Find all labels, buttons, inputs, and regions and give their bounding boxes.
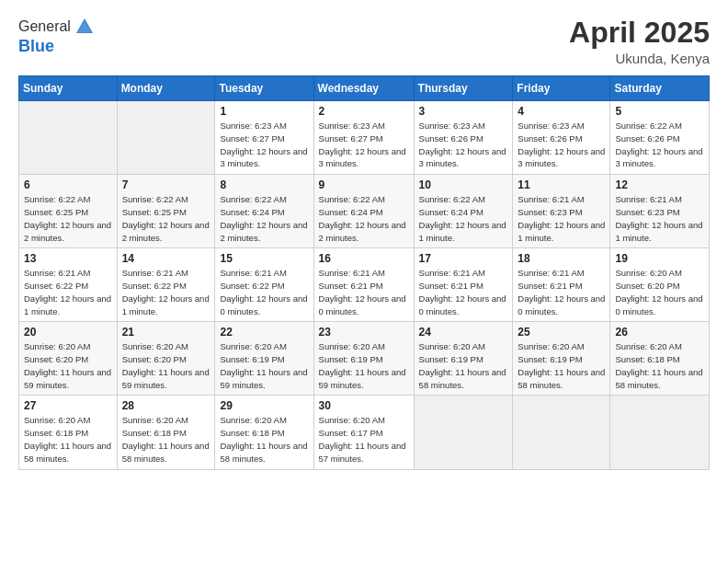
weekday-header-friday: Friday: [513, 76, 610, 101]
day-info: Sunrise: 6:22 AM Sunset: 6:24 PM Dayligh…: [220, 193, 308, 244]
calendar-cell: 19Sunrise: 6:20 AM Sunset: 6:20 PM Dayli…: [610, 248, 710, 322]
day-number: 5: [615, 105, 704, 118]
calendar-cell: 11Sunrise: 6:21 AM Sunset: 6:23 PM Dayli…: [513, 175, 610, 248]
day-info: Sunrise: 6:20 AM Sunset: 6:17 PM Dayligh…: [319, 414, 409, 465]
day-info: Sunrise: 6:22 AM Sunset: 6:25 PM Dayligh…: [24, 193, 112, 244]
day-number: 30: [319, 399, 409, 412]
calendar-cell: 26Sunrise: 6:20 AM Sunset: 6:18 PM Dayli…: [610, 322, 710, 396]
day-info: Sunrise: 6:20 AM Sunset: 6:19 PM Dayligh…: [518, 340, 605, 391]
day-info: Sunrise: 6:20 AM Sunset: 6:18 PM Dayligh…: [24, 414, 112, 465]
day-number: 13: [24, 252, 112, 265]
day-number: 19: [615, 252, 704, 265]
day-info: Sunrise: 6:20 AM Sunset: 6:18 PM Dayligh…: [220, 414, 308, 465]
day-info: Sunrise: 6:21 AM Sunset: 6:23 PM Dayligh…: [518, 193, 605, 244]
day-info: Sunrise: 6:22 AM Sunset: 6:24 PM Dayligh…: [319, 193, 409, 244]
day-info: Sunrise: 6:21 AM Sunset: 6:21 PM Dayligh…: [518, 267, 605, 317]
day-number: 12: [615, 178, 704, 191]
calendar-cell: 20Sunrise: 6:20 AM Sunset: 6:20 PM Dayli…: [19, 322, 118, 396]
day-number: 17: [419, 252, 508, 265]
day-number: 4: [518, 105, 605, 118]
calendar-header-row: SundayMondayTuesdayWednesdayThursdayFrid…: [19, 76, 710, 101]
day-info: Sunrise: 6:21 AM Sunset: 6:22 PM Dayligh…: [220, 267, 308, 317]
logo-icon: [74, 17, 95, 37]
day-info: Sunrise: 6:20 AM Sunset: 6:18 PM Dayligh…: [615, 340, 704, 391]
calendar-cell: 28Sunrise: 6:20 AM Sunset: 6:18 PM Dayli…: [117, 396, 215, 469]
day-info: Sunrise: 6:21 AM Sunset: 6:22 PM Dayligh…: [24, 267, 112, 317]
calendar-cell: 23Sunrise: 6:20 AM Sunset: 6:19 PM Dayli…: [313, 322, 414, 396]
day-info: Sunrise: 6:21 AM Sunset: 6:23 PM Dayligh…: [615, 193, 704, 244]
calendar-week-1: 1Sunrise: 6:23 AM Sunset: 6:27 PM Daylig…: [19, 101, 710, 175]
day-number: 14: [122, 252, 210, 265]
calendar-cell: 1Sunrise: 6:23 AM Sunset: 6:27 PM Daylig…: [215, 101, 313, 175]
day-number: 11: [518, 178, 605, 191]
weekday-header-saturday: Saturday: [610, 76, 710, 101]
weekday-header-thursday: Thursday: [414, 76, 513, 101]
calendar-cell: 2Sunrise: 6:23 AM Sunset: 6:27 PM Daylig…: [313, 101, 414, 175]
title-block: April 2025 Ukunda, Kenya: [569, 17, 710, 66]
day-number: 28: [122, 399, 210, 412]
calendar-week-2: 6Sunrise: 6:22 AM Sunset: 6:25 PM Daylig…: [19, 175, 710, 248]
day-number: 3: [419, 105, 508, 118]
day-info: Sunrise: 6:20 AM Sunset: 6:19 PM Dayligh…: [220, 340, 308, 391]
day-info: Sunrise: 6:22 AM Sunset: 6:26 PM Dayligh…: [615, 120, 704, 170]
day-number: 9: [319, 178, 409, 191]
day-number: 24: [419, 326, 508, 339]
day-number: 23: [319, 326, 409, 339]
day-number: 6: [24, 178, 112, 191]
calendar-cell: 7Sunrise: 6:22 AM Sunset: 6:25 PM Daylig…: [117, 175, 215, 248]
day-number: 15: [220, 252, 308, 265]
weekday-header-tuesday: Tuesday: [215, 76, 313, 101]
calendar-cell: [610, 396, 710, 469]
logo: General Blue: [18, 17, 95, 56]
day-info: Sunrise: 6:21 AM Sunset: 6:22 PM Dayligh…: [122, 267, 210, 317]
calendar-cell: 9Sunrise: 6:22 AM Sunset: 6:24 PM Daylig…: [313, 175, 414, 248]
day-info: Sunrise: 6:20 AM Sunset: 6:20 PM Dayligh…: [24, 340, 112, 391]
page-header: General Blue April 2025 Ukunda, Kenya: [18, 17, 710, 66]
calendar-cell: 12Sunrise: 6:21 AM Sunset: 6:23 PM Dayli…: [610, 175, 710, 248]
day-info: Sunrise: 6:23 AM Sunset: 6:27 PM Dayligh…: [220, 120, 308, 170]
day-number: 20: [24, 326, 112, 339]
calendar-week-5: 27Sunrise: 6:20 AM Sunset: 6:18 PM Dayli…: [19, 396, 710, 469]
calendar-cell: [513, 396, 610, 469]
calendar-cell: 22Sunrise: 6:20 AM Sunset: 6:19 PM Dayli…: [215, 322, 313, 396]
calendar-cell: 15Sunrise: 6:21 AM Sunset: 6:22 PM Dayli…: [215, 248, 313, 322]
calendar-cell: [19, 101, 118, 175]
day-number: 10: [419, 178, 508, 191]
day-info: Sunrise: 6:20 AM Sunset: 6:20 PM Dayligh…: [122, 340, 210, 391]
day-number: 8: [220, 178, 308, 191]
day-info: Sunrise: 6:23 AM Sunset: 6:26 PM Dayligh…: [518, 120, 605, 170]
day-info: Sunrise: 6:21 AM Sunset: 6:21 PM Dayligh…: [319, 267, 409, 317]
calendar-cell: [117, 101, 215, 175]
calendar-cell: [414, 396, 513, 469]
calendar-table: SundayMondayTuesdayWednesdayThursdayFrid…: [18, 75, 710, 469]
day-number: 29: [220, 399, 308, 412]
day-number: 18: [518, 252, 605, 265]
day-info: Sunrise: 6:21 AM Sunset: 6:21 PM Dayligh…: [419, 267, 508, 317]
day-number: 1: [220, 105, 308, 118]
weekday-header-sunday: Sunday: [19, 76, 118, 101]
logo-blue-text: Blue: [18, 37, 54, 55]
weekday-header-monday: Monday: [117, 76, 215, 101]
day-info: Sunrise: 6:22 AM Sunset: 6:25 PM Dayligh…: [122, 193, 210, 244]
calendar-cell: 30Sunrise: 6:20 AM Sunset: 6:17 PM Dayli…: [313, 396, 414, 469]
calendar-cell: 10Sunrise: 6:22 AM Sunset: 6:24 PM Dayli…: [414, 175, 513, 248]
logo-general-text: General: [18, 18, 71, 35]
calendar-cell: 8Sunrise: 6:22 AM Sunset: 6:24 PM Daylig…: [215, 175, 313, 248]
calendar-cell: 27Sunrise: 6:20 AM Sunset: 6:18 PM Dayli…: [19, 396, 118, 469]
day-info: Sunrise: 6:20 AM Sunset: 6:18 PM Dayligh…: [122, 414, 210, 465]
calendar-cell: 18Sunrise: 6:21 AM Sunset: 6:21 PM Dayli…: [513, 248, 610, 322]
calendar-cell: 29Sunrise: 6:20 AM Sunset: 6:18 PM Dayli…: [215, 396, 313, 469]
calendar-cell: 25Sunrise: 6:20 AM Sunset: 6:19 PM Dayli…: [513, 322, 610, 396]
calendar-week-4: 20Sunrise: 6:20 AM Sunset: 6:20 PM Dayli…: [19, 322, 710, 396]
calendar-cell: 13Sunrise: 6:21 AM Sunset: 6:22 PM Dayli…: [19, 248, 118, 322]
calendar-cell: 24Sunrise: 6:20 AM Sunset: 6:19 PM Dayli…: [414, 322, 513, 396]
day-number: 2: [319, 105, 409, 118]
day-info: Sunrise: 6:20 AM Sunset: 6:19 PM Dayligh…: [419, 340, 508, 391]
calendar-cell: 3Sunrise: 6:23 AM Sunset: 6:26 PM Daylig…: [414, 101, 513, 175]
day-number: 7: [122, 178, 210, 191]
calendar-cell: 17Sunrise: 6:21 AM Sunset: 6:21 PM Dayli…: [414, 248, 513, 322]
calendar-week-3: 13Sunrise: 6:21 AM Sunset: 6:22 PM Dayli…: [19, 248, 710, 322]
day-number: 25: [518, 326, 605, 339]
page-subtitle: Ukunda, Kenya: [569, 51, 710, 66]
calendar-cell: 4Sunrise: 6:23 AM Sunset: 6:26 PM Daylig…: [513, 101, 610, 175]
